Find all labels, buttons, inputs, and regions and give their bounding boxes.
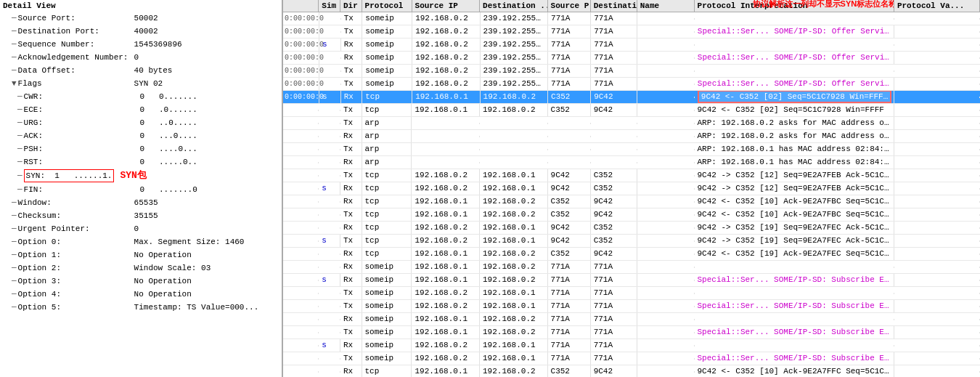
name-cell: [637, 227, 695, 229]
dstport-cell: [591, 162, 637, 163]
dstport-cell: 9C42: [591, 195, 637, 208]
srcip-cell: 192.168.0.2: [412, 339, 480, 352]
packet-row[interactable]: 0:00:00:0 Tx someip 192.168.0.2 239.192.…: [283, 78, 980, 91]
packet-row[interactable]: s Rx someip 192.168.0.2 192.168.0.1 771A…: [283, 339, 980, 352]
option2-label: Option 2:: [18, 262, 134, 274]
packet-row[interactable]: Tx arp ARP: 192.168.0.1 has MAC address …: [283, 143, 980, 156]
tree-leaf: ─: [17, 156, 23, 168]
packet-row[interactable]: Tx arp ARP: 192.168.0.2 asks for MAC add…: [283, 117, 980, 130]
packet-row[interactable]: Rx tcp 192.168.0.1 192.168.0.2 C352 9C42…: [283, 248, 980, 261]
interp-cell: ARP: 192.168.0.2 asks for MAC address of…: [695, 130, 894, 142]
tree-leaf: ─: [12, 52, 17, 63]
dir-cell: Tx: [341, 12, 363, 25]
packet-row[interactable]: 0:00:00:0 Tx someip 192.168.0.2 239.192.…: [283, 65, 980, 78]
tree-leaf: ─: [12, 275, 17, 287]
dstport-cell: 771A: [591, 339, 637, 352]
urgent-value: 0: [134, 223, 139, 235]
dstip-cell: 192.168.0.2: [481, 91, 548, 103]
sim-cell: s: [319, 91, 341, 103]
dstip-cell: [480, 123, 548, 124]
srcport-cell: 771A: [548, 300, 591, 312]
chinese-annotation: 协议解析这一列却不显示SYN标志位名称: [753, 0, 894, 9]
packet-row-selected[interactable]: 0:00:00:0 s Rx tcp 192.168.0.1 192.168.0…: [283, 91, 980, 104]
srcport-cell: 771A: [548, 274, 591, 286]
option5-value: Timestamp: TS Value=000...: [134, 301, 259, 313]
detail-content[interactable]: ─ Source Port: 50002 ─ Destination Port:…: [0, 12, 282, 377]
sim-cell: s: [319, 274, 340, 286]
packet-row[interactable]: Tx tcp 192.168.0.2 192.168.0.1 9C42 C352…: [283, 169, 980, 182]
detail-flags[interactable]: ▼ Flags SYN 02: [0, 77, 282, 90]
proto-cell: tcp: [362, 169, 412, 182]
interp-cell: Special::Ser... SOME/IP-SD: Subscribe Ev…: [695, 274, 894, 286]
dstip-cell: 239.192.255...: [481, 25, 548, 38]
dir-cell: Tx: [340, 117, 362, 129]
interp-cell: 9C42 -> C352 [19] Seq=9E2A7FEC Ack-5C1C7…: [695, 222, 894, 234]
packet-row[interactable]: s Rx someip 192.168.0.1 192.168.0.2 771A…: [283, 274, 980, 287]
packet-row[interactable]: Rx someip 192.168.0.1 192.168.0.2 771A 7…: [283, 261, 980, 274]
time-cell: [283, 201, 319, 203]
name-cell: [637, 267, 695, 268]
source-port-value: 50002: [134, 12, 158, 24]
sim-cell: [319, 70, 341, 72]
packet-list[interactable]: 0:00:00:0 Tx someip 192.168.0.2 239.192.…: [283, 12, 980, 377]
packet-row[interactable]: Rx someip 192.168.0.1 192.168.0.2 771A 7…: [283, 313, 980, 326]
protoval-cell: [894, 123, 980, 124]
time-cell: 0:00:00:0: [283, 78, 319, 90]
sim-cell: [319, 31, 341, 33]
protoval-cell: [894, 149, 980, 150]
interp-cell: ARP: 192.168.0.1 has MAC address 02:84:C…: [695, 143, 894, 155]
tree-leaf: ─: [12, 288, 17, 300]
packet-row[interactable]: Tx someip 192.168.0.2 192.168.0.1 771A 7…: [283, 352, 980, 365]
name-cell: [637, 293, 695, 294]
packet-row[interactable]: Tx tcp 192.168.0.1 192.168.0.2 C352 9C42…: [283, 104, 980, 117]
packet-row[interactable]: Rx tcp 192.168.0.2 192.168.0.1 9C42 C352…: [283, 222, 980, 235]
urg-value: 0 ..0.....: [140, 117, 197, 129]
dstip-cell: 192.168.0.1: [480, 182, 548, 195]
name-cell: [637, 175, 695, 177]
dir-cell: Rx: [341, 52, 363, 64]
proto-cell: arp: [362, 143, 412, 155]
protoval-cell: [894, 162, 980, 163]
packet-header: Sim Dir Protocol Source IP Destination .…: [283, 0, 980, 12]
fin-label: FIN:: [24, 184, 140, 195]
proto-cell: someip: [362, 25, 412, 38]
interp-cell: [695, 345, 894, 346]
packet-row[interactable]: Rx arp ARP: 192.168.0.2 asks for MAC add…: [283, 130, 980, 143]
packet-row[interactable]: 0:00:00:0 Tx someip 192.168.0.2 239.192.…: [283, 12, 980, 25]
protoval-cell: [894, 254, 980, 255]
packet-row[interactable]: 0:00:00:0 Rx someip 192.168.0.2 239.192.…: [283, 52, 980, 65]
time-cell: [283, 371, 319, 373]
packet-row[interactable]: Tx someip 192.168.0.1 192.168.0.2 771A 7…: [283, 326, 980, 339]
col-srcip-header: Source IP: [412, 0, 481, 12]
time-cell: [283, 332, 319, 333]
dir-cell: Rx: [340, 222, 362, 234]
srcip-cell: 192.168.0.2: [412, 235, 480, 247]
time-cell: 0:00:00:0: [283, 91, 319, 103]
sim-cell: [319, 267, 340, 268]
packet-row[interactable]: s Tx tcp 192.168.0.2 192.168.0.1 9C42 C3…: [283, 235, 980, 248]
detail-ack-num: ─ Acknowledgement Number: 0: [0, 51, 282, 64]
sim-cell: [319, 293, 340, 294]
name-cell: [637, 162, 695, 163]
flags-label: Flags: [18, 78, 134, 89]
dstip-cell: 239.192.255...: [481, 12, 548, 25]
dstip-cell: 192.168.0.2: [480, 261, 548, 273]
packet-row[interactable]: Tx tcp 192.168.0.1 192.168.0.2 C352 9C42…: [283, 208, 980, 222]
packet-row[interactable]: 0:00:00:0 s Rx someip 192.168.0.2 239.19…: [283, 38, 980, 52]
dstport-cell: 771A: [591, 274, 637, 286]
col-time-header: [283, 0, 319, 12]
srcport-cell: [548, 149, 591, 150]
packet-row[interactable]: Tx someip 192.168.0.2 192.168.0.1 771A 7…: [283, 300, 980, 313]
packet-row[interactable]: 0:00:00:0 Tx someip 192.168.0.2 239.192.…: [283, 25, 980, 38]
protoval-cell: [894, 371, 980, 373]
data-offset-value: 40 bytes: [134, 65, 173, 76]
packet-row[interactable]: Rx tcp 192.168.0.1 192.168.0.2 C352 9C42…: [283, 195, 980, 208]
proto-cell: tcp: [362, 365, 412, 377]
packet-row[interactable]: Rx arp ARP: 192.168.0.1 has MAC address …: [283, 156, 980, 169]
col-dir-header: Dir: [340, 0, 362, 12]
packet-row[interactable]: Rx tcp 192.168.0.1 192.168.0.2 C352 9C42…: [283, 365, 980, 377]
dir-cell: Tx: [340, 300, 362, 312]
dstport-cell: 771A: [591, 25, 637, 38]
packet-row[interactable]: Tx someip 192.168.0.2 192.168.0.1 771A 7…: [283, 287, 980, 300]
packet-row[interactable]: s Rx tcp 192.168.0.2 192.168.0.1 9C42 C3…: [283, 182, 980, 195]
